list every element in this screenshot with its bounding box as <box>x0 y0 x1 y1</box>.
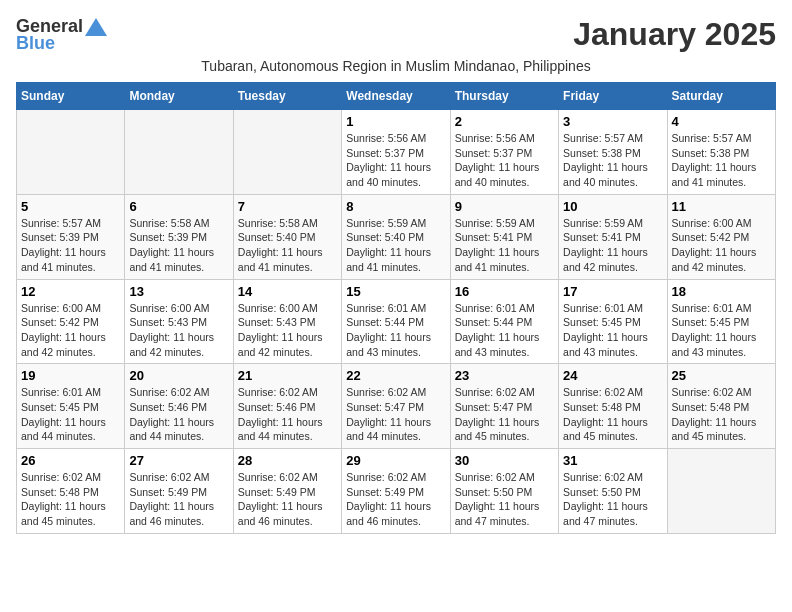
calendar-cell: 24Sunrise: 6:02 AMSunset: 5:48 PMDayligh… <box>559 364 667 449</box>
calendar-cell: 5Sunrise: 5:57 AMSunset: 5:39 PMDaylight… <box>17 194 125 279</box>
day-number: 19 <box>21 368 120 383</box>
cell-sun-info: Sunrise: 5:59 AMSunset: 5:41 PMDaylight:… <box>563 216 662 275</box>
day-number: 7 <box>238 199 337 214</box>
cell-sun-info: Sunrise: 5:57 AMSunset: 5:38 PMDaylight:… <box>672 131 771 190</box>
day-number: 21 <box>238 368 337 383</box>
cell-sun-info: Sunrise: 6:00 AMSunset: 5:43 PMDaylight:… <box>129 301 228 360</box>
calendar-week-row: 12Sunrise: 6:00 AMSunset: 5:42 PMDayligh… <box>17 279 776 364</box>
day-number: 15 <box>346 284 445 299</box>
calendar-week-row: 19Sunrise: 6:01 AMSunset: 5:45 PMDayligh… <box>17 364 776 449</box>
page-header: General Blue January 2025 <box>16 16 776 54</box>
day-number: 20 <box>129 368 228 383</box>
calendar-cell: 25Sunrise: 6:02 AMSunset: 5:48 PMDayligh… <box>667 364 775 449</box>
day-number: 3 <box>563 114 662 129</box>
logo-blue-text: Blue <box>16 33 55 54</box>
day-number: 30 <box>455 453 554 468</box>
cell-sun-info: Sunrise: 6:00 AMSunset: 5:43 PMDaylight:… <box>238 301 337 360</box>
cell-sun-info: Sunrise: 5:59 AMSunset: 5:40 PMDaylight:… <box>346 216 445 275</box>
day-number: 22 <box>346 368 445 383</box>
calendar-cell: 8Sunrise: 5:59 AMSunset: 5:40 PMDaylight… <box>342 194 450 279</box>
day-number: 5 <box>21 199 120 214</box>
cell-sun-info: Sunrise: 6:01 AMSunset: 5:45 PMDaylight:… <box>21 385 120 444</box>
day-number: 18 <box>672 284 771 299</box>
calendar-cell: 1Sunrise: 5:56 AMSunset: 5:37 PMDaylight… <box>342 110 450 195</box>
cell-sun-info: Sunrise: 6:02 AMSunset: 5:50 PMDaylight:… <box>563 470 662 529</box>
cell-sun-info: Sunrise: 6:02 AMSunset: 5:48 PMDaylight:… <box>563 385 662 444</box>
day-number: 14 <box>238 284 337 299</box>
calendar-week-row: 5Sunrise: 5:57 AMSunset: 5:39 PMDaylight… <box>17 194 776 279</box>
day-number: 25 <box>672 368 771 383</box>
calendar-week-row: 1Sunrise: 5:56 AMSunset: 5:37 PMDaylight… <box>17 110 776 195</box>
calendar-cell: 18Sunrise: 6:01 AMSunset: 5:45 PMDayligh… <box>667 279 775 364</box>
calendar-cell: 9Sunrise: 5:59 AMSunset: 5:41 PMDaylight… <box>450 194 558 279</box>
weekday-header-monday: Monday <box>125 83 233 110</box>
day-number: 6 <box>129 199 228 214</box>
calendar-cell: 10Sunrise: 5:59 AMSunset: 5:41 PMDayligh… <box>559 194 667 279</box>
calendar-cell: 23Sunrise: 6:02 AMSunset: 5:47 PMDayligh… <box>450 364 558 449</box>
weekday-header-thursday: Thursday <box>450 83 558 110</box>
svg-marker-0 <box>85 18 107 36</box>
cell-sun-info: Sunrise: 6:00 AMSunset: 5:42 PMDaylight:… <box>672 216 771 275</box>
calendar-cell: 14Sunrise: 6:00 AMSunset: 5:43 PMDayligh… <box>233 279 341 364</box>
cell-sun-info: Sunrise: 6:01 AMSunset: 5:44 PMDaylight:… <box>455 301 554 360</box>
calendar-cell: 2Sunrise: 5:56 AMSunset: 5:37 PMDaylight… <box>450 110 558 195</box>
weekday-header-sunday: Sunday <box>17 83 125 110</box>
calendar-cell: 3Sunrise: 5:57 AMSunset: 5:38 PMDaylight… <box>559 110 667 195</box>
calendar-cell: 20Sunrise: 6:02 AMSunset: 5:46 PMDayligh… <box>125 364 233 449</box>
cell-sun-info: Sunrise: 6:02 AMSunset: 5:46 PMDaylight:… <box>129 385 228 444</box>
calendar-cell <box>233 110 341 195</box>
day-number: 26 <box>21 453 120 468</box>
day-number: 4 <box>672 114 771 129</box>
cell-sun-info: Sunrise: 5:58 AMSunset: 5:40 PMDaylight:… <box>238 216 337 275</box>
cell-sun-info: Sunrise: 5:56 AMSunset: 5:37 PMDaylight:… <box>346 131 445 190</box>
logo-icon <box>85 18 107 36</box>
day-number: 1 <box>346 114 445 129</box>
calendar-cell: 31Sunrise: 6:02 AMSunset: 5:50 PMDayligh… <box>559 449 667 534</box>
day-number: 29 <box>346 453 445 468</box>
calendar-cell: 30Sunrise: 6:02 AMSunset: 5:50 PMDayligh… <box>450 449 558 534</box>
cell-sun-info: Sunrise: 6:02 AMSunset: 5:47 PMDaylight:… <box>455 385 554 444</box>
calendar-week-row: 26Sunrise: 6:02 AMSunset: 5:48 PMDayligh… <box>17 449 776 534</box>
calendar-cell: 26Sunrise: 6:02 AMSunset: 5:48 PMDayligh… <box>17 449 125 534</box>
day-number: 28 <box>238 453 337 468</box>
calendar-cell: 7Sunrise: 5:58 AMSunset: 5:40 PMDaylight… <box>233 194 341 279</box>
calendar-cell: 11Sunrise: 6:00 AMSunset: 5:42 PMDayligh… <box>667 194 775 279</box>
cell-sun-info: Sunrise: 6:01 AMSunset: 5:44 PMDaylight:… <box>346 301 445 360</box>
day-number: 12 <box>21 284 120 299</box>
cell-sun-info: Sunrise: 5:58 AMSunset: 5:39 PMDaylight:… <box>129 216 228 275</box>
weekday-header-tuesday: Tuesday <box>233 83 341 110</box>
calendar-cell: 4Sunrise: 5:57 AMSunset: 5:38 PMDaylight… <box>667 110 775 195</box>
cell-sun-info: Sunrise: 6:02 AMSunset: 5:48 PMDaylight:… <box>672 385 771 444</box>
calendar-cell: 6Sunrise: 5:58 AMSunset: 5:39 PMDaylight… <box>125 194 233 279</box>
cell-sun-info: Sunrise: 6:02 AMSunset: 5:50 PMDaylight:… <box>455 470 554 529</box>
day-number: 17 <box>563 284 662 299</box>
calendar-cell: 22Sunrise: 6:02 AMSunset: 5:47 PMDayligh… <box>342 364 450 449</box>
day-number: 2 <box>455 114 554 129</box>
day-number: 9 <box>455 199 554 214</box>
weekday-header-friday: Friday <box>559 83 667 110</box>
day-number: 27 <box>129 453 228 468</box>
cell-sun-info: Sunrise: 5:59 AMSunset: 5:41 PMDaylight:… <box>455 216 554 275</box>
calendar-cell: 13Sunrise: 6:00 AMSunset: 5:43 PMDayligh… <box>125 279 233 364</box>
cell-sun-info: Sunrise: 6:02 AMSunset: 5:48 PMDaylight:… <box>21 470 120 529</box>
cell-sun-info: Sunrise: 6:02 AMSunset: 5:49 PMDaylight:… <box>238 470 337 529</box>
day-number: 8 <box>346 199 445 214</box>
calendar-cell: 29Sunrise: 6:02 AMSunset: 5:49 PMDayligh… <box>342 449 450 534</box>
calendar-cell: 12Sunrise: 6:00 AMSunset: 5:42 PMDayligh… <box>17 279 125 364</box>
calendar-cell: 16Sunrise: 6:01 AMSunset: 5:44 PMDayligh… <box>450 279 558 364</box>
day-number: 24 <box>563 368 662 383</box>
day-number: 11 <box>672 199 771 214</box>
day-number: 23 <box>455 368 554 383</box>
calendar-cell: 15Sunrise: 6:01 AMSunset: 5:44 PMDayligh… <box>342 279 450 364</box>
calendar-cell <box>125 110 233 195</box>
calendar-cell <box>17 110 125 195</box>
logo: General Blue <box>16 16 107 54</box>
calendar-cell: 28Sunrise: 6:02 AMSunset: 5:49 PMDayligh… <box>233 449 341 534</box>
day-number: 16 <box>455 284 554 299</box>
calendar-cell: 17Sunrise: 6:01 AMSunset: 5:45 PMDayligh… <box>559 279 667 364</box>
cell-sun-info: Sunrise: 5:57 AMSunset: 5:39 PMDaylight:… <box>21 216 120 275</box>
month-title: January 2025 <box>573 16 776 53</box>
cell-sun-info: Sunrise: 5:56 AMSunset: 5:37 PMDaylight:… <box>455 131 554 190</box>
weekday-header-wednesday: Wednesday <box>342 83 450 110</box>
day-number: 13 <box>129 284 228 299</box>
